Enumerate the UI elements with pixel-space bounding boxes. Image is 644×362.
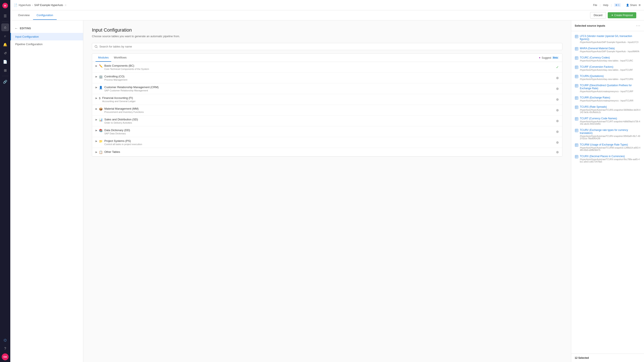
grid-icon[interactable]: ⊞ [1,66,9,74]
module-item-co[interactable]: ▶ 🏢 Controlling (CO) Process Management … [92,73,562,83]
module-icon-bc: ✏️ [99,64,102,68]
search-bar [92,43,562,50]
source-item-mara[interactable]: MARA (General Material Data) /HyperAuto/… [571,45,644,54]
home-icon[interactable]: ⌂ [1,24,9,31]
source-item-tcurf[interactable]: TCURF (Conversion Factors) /HyperAuto/Hy… [571,64,644,73]
expand-arrow-other[interactable]: ▶ [96,151,97,153]
clock-icon[interactable]: ↺ [1,49,9,57]
module-item-mm[interactable]: ▶ 📦 Material Management (MM) Procurement… [92,105,562,116]
svg-rect-20 [575,75,578,78]
expand-arrow-mm[interactable]: ▶ [96,107,97,110]
files-icon[interactable]: 📄 [1,58,9,66]
menu-divider-2: | [611,4,612,7]
svg-rect-32 [575,106,578,109]
star-icon[interactable]: ☆ [64,4,67,7]
table-icon [575,65,578,69]
source-item-tcurt[interactable]: TCURT (Currency Code Names) /HyperAuto/H… [571,115,644,127]
module-add-other[interactable]: ⊕ [556,150,559,154]
source-item-row: TCURR (Exchange Rates) /HyperAuto/HyperA… [575,96,640,102]
nav-item-input-configuration[interactable]: Input Configuration [10,33,83,40]
source-item-tcurp[interactable]: TCURP (Direct/Indirect Quotation Prefixe… [571,82,644,94]
module-item-fi[interactable]: ▶ $ Financial Accounting (FI) Accounting… [92,94,562,105]
expand-arrow-crm[interactable]: ▶ [96,86,97,89]
bell-icon[interactable]: 🔔 [1,41,9,48]
expand-arrow-co[interactable]: ▶ [96,75,97,78]
source-item-path-tcurs: /HyperAuto/HyperAuto/raw/TCURS-snapshot-… [580,109,640,113]
grid-view-button[interactable]: ≡ [639,3,640,7]
module-item-sd[interactable]: ▶ 📊 Sales and Distribution (SD) Order to… [92,116,562,126]
source-item-lfc3[interactable]: LFC3 (Vendor master (special G/L transac… [571,33,644,45]
discard-button[interactable]: Discard [590,12,606,19]
module-left-crm: ▶ 👤 Customer Relationship Management (CR… [96,86,159,92]
module-add-crm[interactable]: ⊕ [556,87,559,91]
code-icon[interactable]: ⌬ [1,336,9,344]
expand-arrow-fi[interactable]: ▶ [96,97,97,100]
module-add-mm[interactable]: ⊕ [556,108,559,112]
source-item-tcurx[interactable]: TCURX (Decimal Places in Currencies) /Hy… [571,153,644,165]
source-item-name-lfc3: LFC3 (Vendor master (special G/L transac… [580,35,640,41]
file-menu[interactable]: File [593,4,597,7]
expand-arrow[interactable]: ▶ [96,65,97,67]
breadcrumb-icon: 📄 [14,4,18,7]
module-add-dd[interactable]: ⊕ [556,130,559,134]
svg-rect-16 [575,66,578,69]
menu-icon[interactable]: ☰ [1,12,9,20]
module-item-crm[interactable]: ▶ 👤 Customer Relationship Management (CR… [92,83,562,94]
module-add-ps[interactable]: ⊕ [556,140,559,144]
table-icon [575,84,578,88]
more-options-button[interactable]: ··· [636,24,640,28]
source-item-path-tcurt: /HyperAuto/HyperAuto/raw/TCURT-snapshot-… [580,120,640,125]
help-menu[interactable]: Help [603,4,608,7]
tab-workflows[interactable]: Workflows [111,54,129,62]
source-item-name-tcurf: TCURF (Conversion Factors) [580,65,633,68]
question-icon[interactable]: ? [1,345,9,352]
instance-badge[interactable]: ⊞ 1 [614,3,620,7]
tab-configuration[interactable]: Configuration [33,11,56,20]
module-item-dd[interactable]: ▶ 📚 Data Dictionary (DD) SAP Data Dictio… [92,126,562,137]
source-item-tcurc[interactable]: TCURC (Currency Codes) /HyperAuto/HyperA… [571,54,644,64]
source-item-tcurr[interactable]: TCURR (Exchange Rates) /HyperAuto/HyperA… [571,94,644,104]
module-item-bc[interactable]: ▶ ✏️ Basis Components (BC) Core Technica… [92,62,562,73]
source-items-list: LFC3 (Vendor master (special G/L transac… [571,31,644,354]
source-item-text-tcurf: TCURF (Conversion Factors) /HyperAuto/Hy… [580,65,633,71]
source-item-tcurv[interactable]: TCURV (Exchange rate types for currency … [571,127,644,141]
create-proposal-button[interactable]: ✦ Create Proposal [608,12,636,18]
menu-divider: | [600,4,600,7]
app-logo[interactable]: H [1,2,9,10]
breadcrumb-parent[interactable]: HyperAuto [19,4,31,7]
module-name-sd: Sales and Distribution (SD) [104,118,138,121]
nav-tabs-bar: Overview Configuration Discard ✦ Create … [10,10,644,21]
source-item-tcurw[interactable]: TCURW (Usage of Exchange Rate Types) /Hy… [571,141,644,153]
nav-item-pipeline-configuration[interactable]: Pipeline Configuration [10,40,83,48]
source-item-tcurn[interactable]: TCURN (Quotations) /HyperAuto/HyperAuto/… [571,73,644,82]
search-icon[interactable]: ⌕ [1,32,9,40]
source-item-text-tcurv: TCURV (Exchange rate types for currency … [580,128,640,140]
suggest-button[interactable]: ✦ Suggest Beta [538,55,559,61]
table-icon [575,75,578,78]
module-item-ps[interactable]: ▶ 📁 Project Systems (PS) Control all tas… [92,137,562,148]
expand-arrow-ps[interactable]: ▶ [96,140,97,142]
tab-modules[interactable]: Modules [96,54,111,62]
source-item-tcurs[interactable]: TCURS (Rate Spreads) /HyperAuto/HyperAut… [571,104,644,115]
page-subtitle: Choose source tables you want to generat… [92,35,562,38]
module-name-bc: Basis Components (BC) [104,64,149,67]
search-input[interactable] [100,45,560,48]
plugin-icon[interactable]: 🔗 [1,78,9,86]
module-check-bc[interactable]: ✓ [556,65,559,69]
tab-overview[interactable]: Overview [14,11,33,20]
source-item-name-tcurt: TCURT (Currency Code Names) [580,117,640,120]
expand-arrow-sd[interactable]: ▶ [96,118,97,121]
left-sidebar: H ☰ ⌂ ⌕ 🔔 ↺ 📄 ⊞ 🔗 ⌬ ? OA [0,0,10,362]
module-left-co: ▶ 🏢 Controlling (CO) Process Management [96,75,127,81]
share-button[interactable]: 👤 Share [626,4,637,7]
module-add-co[interactable]: ⊕ [556,76,559,80]
create-label: Create Proposal [614,14,633,17]
module-add-fi[interactable]: ⊕ [556,97,559,101]
expand-arrow-dd[interactable]: ▶ [96,129,97,132]
module-icon-crm: 👤 [99,86,102,89]
module-add-sd[interactable]: ⊕ [556,119,559,123]
back-arrow[interactable]: ← [14,27,18,30]
module-left-other: ▶ 📋 Other Tables [96,150,120,154]
module-item-other[interactable]: ▶ 📋 Other Tables ⊕ [92,148,562,156]
user-avatar[interactable]: OA [2,353,8,360]
